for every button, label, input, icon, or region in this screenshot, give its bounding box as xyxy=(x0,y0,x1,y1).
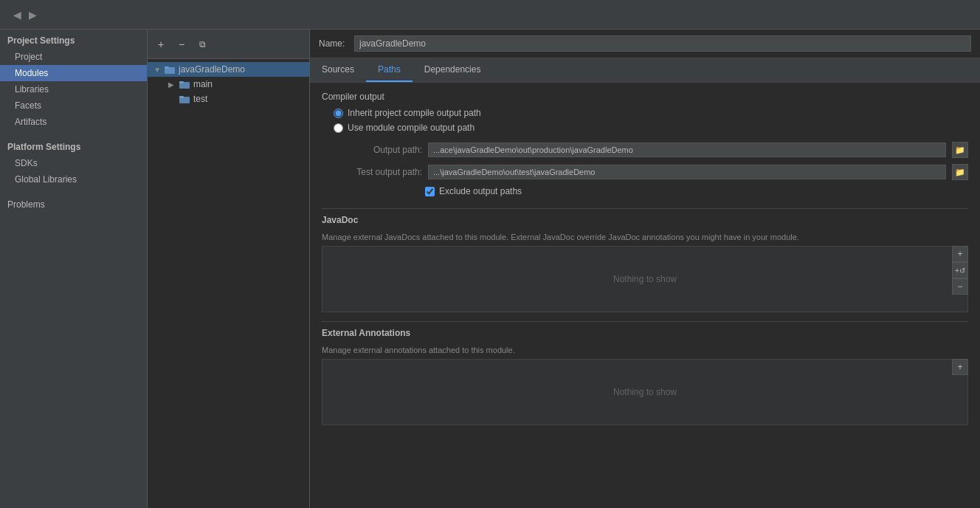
folder-icon-root xyxy=(164,64,176,75)
svg-rect-5 xyxy=(179,96,184,98)
ext-annotations-desc: Manage external annotations attached to … xyxy=(322,346,968,354)
javadoc-list: Nothing to show + +↺ − xyxy=(322,246,968,312)
compiler-output-label: Compiler output xyxy=(322,92,968,102)
tree-item-main[interactable]: ▶ main xyxy=(148,77,309,92)
javadoc-remove-button[interactable]: − xyxy=(952,278,968,295)
tab-dependencies[interactable]: Dependencies xyxy=(413,58,493,82)
module-panel: + − ⧉ ▼ javaGradleDemo ▶ xyxy=(148,30,310,508)
javadoc-desc: Manage external JavaDocs attached to thi… xyxy=(322,233,968,241)
main-layout: Project Settings Project Modules Librari… xyxy=(0,30,980,508)
folder-icon-main xyxy=(179,79,190,89)
sidebar-item-global-libraries[interactable]: Global Libraries xyxy=(0,171,147,188)
ext-annotations-title: External Annotations xyxy=(322,321,968,341)
back-button[interactable]: ◀ xyxy=(10,7,24,22)
ext-annotations-add-button[interactable]: + xyxy=(952,359,968,375)
svg-rect-3 xyxy=(179,81,184,83)
project-settings-title: Project Settings xyxy=(0,30,147,49)
tree-item-test[interactable]: ▶ test xyxy=(148,92,309,106)
forward-button[interactable]: ▶ xyxy=(26,7,40,22)
name-input[interactable] xyxy=(354,35,971,52)
ext-annotations-empty-label: Nothing to show xyxy=(613,387,677,397)
sidebar-item-libraries[interactable]: Libraries xyxy=(0,81,147,97)
javadoc-add-button[interactable]: + xyxy=(952,246,968,262)
sidebar-item-modules[interactable]: Modules xyxy=(0,65,147,81)
folder-icon-test xyxy=(179,94,190,104)
exclude-label: Exclude output paths xyxy=(439,186,522,196)
main-toolbar: ◀ ▶ xyxy=(0,0,980,30)
output-path-browse-button[interactable]: 📁 xyxy=(952,142,968,158)
tree-label-root: javaGradleDemo xyxy=(179,64,245,75)
sidebar-item-problems[interactable]: Problems xyxy=(0,193,147,213)
sidebar-item-sdks[interactable]: SDKs xyxy=(0,155,147,171)
paths-panel: Compiler output Inherit project compile … xyxy=(310,83,980,508)
ext-annotations-actions: + xyxy=(952,359,968,375)
remove-module-button[interactable]: − xyxy=(173,35,190,53)
name-row: Name: xyxy=(310,30,980,58)
svg-rect-1 xyxy=(165,66,169,69)
sidebar-item-project[interactable]: Project xyxy=(0,49,147,65)
tab-paths[interactable]: Paths xyxy=(366,58,413,82)
radio-group: Inherit project compile output path Use … xyxy=(334,108,968,133)
radio-module-input[interactable] xyxy=(334,123,343,133)
module-toolbar: + − ⧉ xyxy=(148,30,309,59)
tree-arrow-root: ▼ xyxy=(153,66,164,74)
test-output-path-label: Test output path: xyxy=(334,167,422,177)
tree-label-test: test xyxy=(193,94,207,104)
test-output-path-browse-button[interactable]: 📁 xyxy=(952,164,968,180)
nav-arrows: ◀ ▶ xyxy=(6,7,44,22)
radio-inherit-label: Inherit project compile output path xyxy=(348,108,481,118)
tabs-row: Sources Paths Dependencies xyxy=(310,58,980,83)
module-tree: ▼ javaGradleDemo ▶ main xyxy=(148,59,309,508)
radio-module-label: Use module compile output path xyxy=(348,123,475,133)
content-area: Name: Sources Paths Dependencies Compile… xyxy=(310,30,980,508)
sidebar-item-artifacts[interactable]: Artifacts xyxy=(0,114,147,130)
output-path-row: Output path: 📁 xyxy=(334,142,968,158)
radio-inherit-input[interactable] xyxy=(334,109,343,118)
test-output-path-row: Test output path: 📁 xyxy=(334,164,968,180)
tab-sources[interactable]: Sources xyxy=(310,58,366,82)
sidebar-item-facets[interactable]: Facets xyxy=(0,97,147,114)
add-module-button[interactable]: + xyxy=(152,35,170,53)
tree-item-root[interactable]: ▼ javaGradleDemo xyxy=(148,62,309,77)
javadoc-actions: + +↺ − xyxy=(952,246,968,295)
tree-arrow-main: ▶ xyxy=(168,80,179,89)
javadoc-title: JavaDoc xyxy=(322,208,968,228)
name-label: Name: xyxy=(319,38,348,49)
javadoc-add-web-button[interactable]: +↺ xyxy=(952,262,968,278)
ext-annotations-list: Nothing to show + xyxy=(322,359,968,425)
output-path-input[interactable] xyxy=(428,143,946,157)
javadoc-empty-label: Nothing to show xyxy=(613,274,677,284)
sidebar: Project Settings Project Modules Librari… xyxy=(0,30,148,508)
platform-settings-title: Platform Settings xyxy=(0,136,147,155)
radio-inherit-option[interactable]: Inherit project compile output path xyxy=(334,108,968,118)
exclude-checkbox[interactable] xyxy=(425,187,435,196)
exclude-checkbox-row: Exclude output paths xyxy=(425,186,968,196)
copy-module-button[interactable]: ⧉ xyxy=(193,35,211,53)
test-output-path-input[interactable] xyxy=(428,165,946,179)
output-path-label: Output path: xyxy=(334,145,422,155)
radio-module-option[interactable]: Use module compile output path xyxy=(334,123,968,133)
tree-label-main: main xyxy=(193,79,213,89)
